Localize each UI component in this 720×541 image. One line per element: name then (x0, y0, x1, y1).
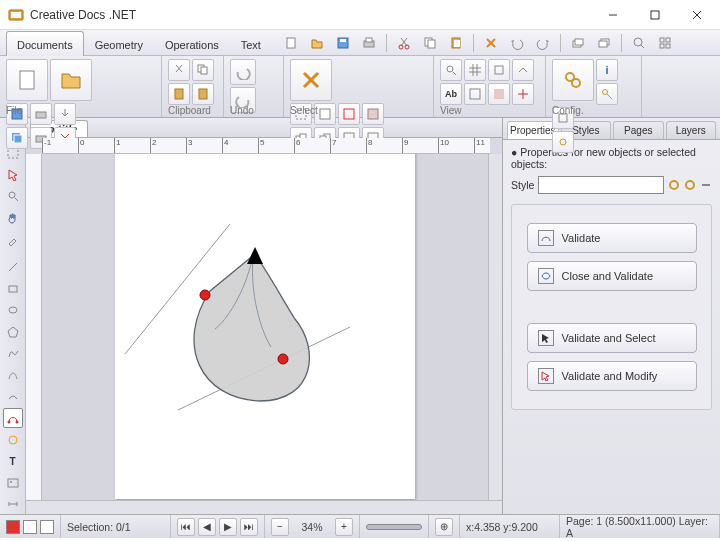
validate-select-button[interactable]: Validate and Select (527, 323, 697, 353)
select-delete-button[interactable] (290, 59, 332, 101)
svg-point-82 (15, 421, 18, 424)
canvas[interactable] (42, 154, 488, 500)
config-settings-button[interactable] (552, 59, 594, 101)
order-icon[interactable] (567, 33, 589, 53)
status-zoom-out[interactable]: − (271, 518, 289, 536)
status-nav-last[interactable]: ⏭ (240, 518, 258, 536)
style-btn3-icon[interactable] (700, 179, 712, 191)
svg-point-85 (10, 481, 12, 483)
tab-documents[interactable]: Documents (6, 31, 84, 56)
tool-spiral[interactable] (3, 430, 23, 450)
view-r3-button[interactable] (464, 83, 486, 105)
tool-node[interactable] (3, 165, 23, 185)
tool-picker[interactable] (3, 230, 23, 250)
tool-free[interactable] (3, 344, 23, 364)
copy-icon[interactable] (419, 33, 441, 53)
view-r5-button[interactable] (512, 83, 534, 105)
close-button[interactable] (676, 1, 718, 29)
new-icon[interactable] (280, 33, 302, 53)
svg-rect-27 (660, 38, 664, 42)
tool-dims[interactable] (3, 495, 23, 515)
config-key-button[interactable] (596, 83, 618, 105)
svg-point-95 (686, 181, 694, 189)
svg-line-71 (607, 94, 612, 99)
file-saveall-button[interactable] (6, 127, 28, 149)
scrollbar-vertical[interactable] (488, 154, 502, 500)
svg-rect-10 (366, 38, 372, 42)
tab-text[interactable]: Text (230, 31, 272, 56)
tab-geometry[interactable]: Geometry (84, 31, 154, 56)
clip-paste-button[interactable] (168, 83, 190, 105)
close-validate-button[interactable]: Close and Validate (527, 261, 697, 291)
tool-bezier[interactable] (3, 408, 23, 428)
tool-hand[interactable] (3, 208, 23, 228)
view-r4-button[interactable] (488, 83, 510, 105)
clip-copy-button[interactable] (192, 59, 214, 81)
grid-icon[interactable] (654, 33, 676, 53)
svg-point-73 (560, 139, 566, 145)
config-info-button[interactable]: i (596, 59, 618, 81)
tab-operations[interactable]: Operations (154, 31, 230, 56)
tool-line[interactable] (3, 257, 23, 277)
style-select[interactable] (538, 176, 664, 194)
file-open-button[interactable] (50, 59, 92, 101)
redo-icon[interactable] (532, 33, 554, 53)
style-label: Style (511, 179, 534, 191)
svg-rect-63 (495, 66, 503, 74)
status-zoom-in[interactable]: + (335, 518, 353, 536)
ruler-tick: 9 (402, 138, 408, 154)
open-icon[interactable] (306, 33, 328, 53)
minimize-button[interactable] (592, 1, 634, 29)
status-fit[interactable]: ⊕ (435, 518, 453, 536)
validate-modify-button[interactable]: Validate and Modify (527, 361, 697, 391)
view-zoom-button[interactable] (440, 59, 462, 81)
clip-paste2-button[interactable] (192, 83, 214, 105)
ruler-tick: 10 (438, 138, 449, 154)
tool-curve[interactable] (3, 365, 23, 385)
view-r1-button[interactable] (488, 59, 510, 81)
svg-rect-31 (20, 71, 34, 89)
delete-icon[interactable] (480, 33, 502, 53)
view-grid-button[interactable] (464, 59, 486, 81)
zoom-slider[interactable] (366, 524, 422, 530)
print-icon[interactable] (358, 33, 380, 53)
status-nav-prev[interactable]: ◀ (198, 518, 216, 536)
svg-rect-8 (340, 39, 346, 42)
config-r2-button[interactable] (552, 131, 574, 153)
status-nav-first[interactable]: ⏮ (177, 518, 195, 536)
undo-icon[interactable] (506, 33, 528, 53)
svg-rect-29 (660, 44, 664, 48)
tool-ellipse[interactable] (3, 301, 23, 321)
svg-rect-3 (651, 11, 659, 19)
tool-zoom[interactable] (3, 187, 23, 207)
tool-text[interactable]: T (3, 451, 23, 471)
tool-poly[interactable] (3, 322, 23, 342)
style-btn2-icon[interactable] (684, 179, 696, 191)
svg-rect-84 (8, 479, 18, 487)
group-select-label: Select (284, 105, 433, 116)
view-r2-button[interactable] (512, 59, 534, 81)
paste-icon[interactable] (445, 33, 467, 53)
order2-icon[interactable] (593, 33, 615, 53)
view-text-button[interactable]: Ab (440, 83, 462, 105)
scrollbar-horizontal[interactable] (26, 500, 502, 514)
style-btn1-icon[interactable] (668, 179, 680, 191)
status-nav-next[interactable]: ▶ (219, 518, 237, 536)
save-icon[interactable] (332, 33, 354, 53)
cut-icon[interactable] (393, 33, 415, 53)
maximize-button[interactable] (634, 1, 676, 29)
group-config-label: Config. (546, 105, 641, 116)
zoom-icon[interactable] (628, 33, 650, 53)
svg-point-93 (278, 354, 288, 364)
tool-image[interactable] (3, 473, 23, 493)
clip-cut-button[interactable] (168, 59, 190, 81)
panel-tab-layers[interactable]: Layers (666, 121, 716, 139)
tool-rect[interactable] (3, 279, 23, 299)
undo-button[interactable] (230, 59, 256, 85)
file-new-button[interactable] (6, 59, 48, 101)
svg-point-79 (9, 307, 17, 313)
validate-button[interactable]: Validate (527, 223, 697, 253)
svg-marker-80 (8, 327, 18, 337)
panel-tab-properties[interactable]: Properties (507, 121, 559, 139)
tool-smooth[interactable] (3, 387, 23, 407)
